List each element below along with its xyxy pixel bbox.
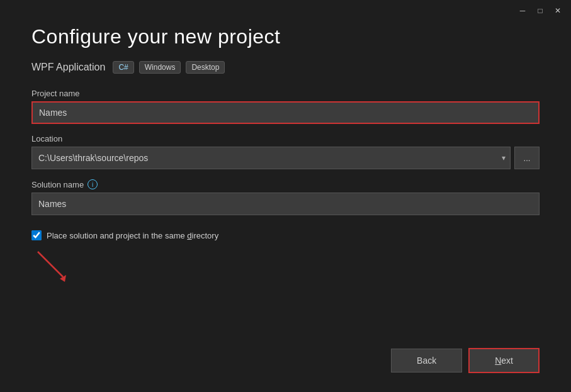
badge-windows: Windows: [139, 61, 181, 74]
badge-desktop: Desktop: [186, 61, 225, 74]
svg-line-0: [38, 252, 63, 277]
solution-name-label: Solution name: [31, 180, 84, 189]
badge-csharp: C#: [113, 61, 133, 74]
next-label: Next: [495, 356, 513, 366]
location-label: Location: [31, 134, 540, 143]
solution-name-input[interactable]: [31, 193, 540, 215]
footer: Back Next: [391, 348, 540, 373]
same-directory-checkbox[interactable]: [31, 230, 42, 240]
project-name-group: Project name: [31, 89, 540, 124]
location-group: Location C:\Users\thrak\source\repos ...: [31, 134, 540, 169]
location-row: C:\Users\thrak\source\repos ...: [31, 147, 540, 169]
solution-name-group: Solution name i: [31, 179, 540, 215]
next-button[interactable]: Next: [468, 348, 540, 373]
project-type-label: WPF Application: [31, 62, 105, 73]
project-name-input[interactable]: [31, 101, 540, 124]
location-select-wrapper: C:\Users\thrak\source\repos: [31, 147, 511, 169]
checkbox-row: Place solution and project in the same d…: [31, 230, 540, 240]
page-title: Configure your new project: [31, 25, 540, 48]
project-name-label: Project name: [31, 89, 540, 98]
location-select[interactable]: C:\Users\thrak\source\repos: [31, 147, 511, 169]
browse-button[interactable]: ...: [514, 147, 540, 169]
info-icon[interactable]: i: [88, 179, 98, 189]
arrow-annotation: [31, 249, 82, 288]
back-button[interactable]: Back: [391, 349, 462, 372]
main-content: Configure your new project WPF Applicati…: [0, 0, 571, 392]
solution-name-row: Solution name i: [31, 179, 540, 189]
project-type-row: WPF Application C# Windows Desktop: [31, 61, 540, 74]
same-directory-label[interactable]: Place solution and project in the same d…: [47, 231, 218, 240]
